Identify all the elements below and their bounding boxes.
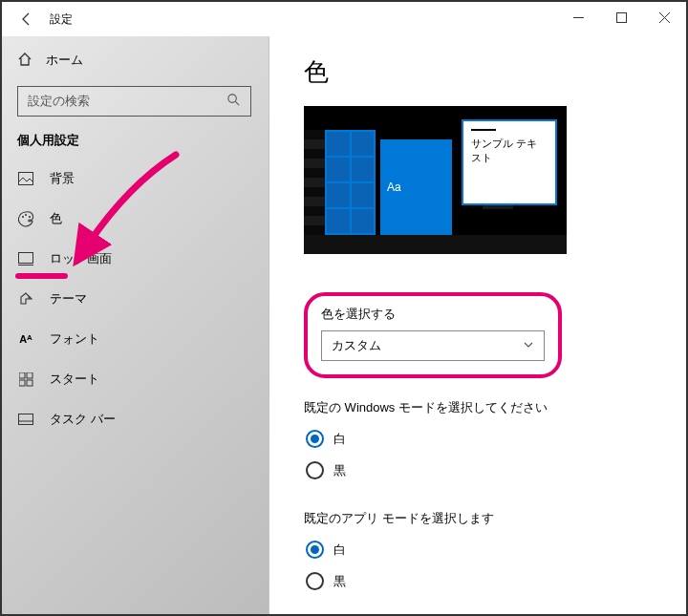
svg-point-6 [25,214,27,216]
svg-rect-12 [19,380,25,386]
annotation-highlight: 色を選択する カスタム [304,292,562,378]
svg-rect-14 [19,414,33,425]
radio-label: 白 [333,431,346,448]
sidebar-item-themes[interactable]: テーマ [2,279,269,319]
sidebar-item-label: テーマ [50,290,87,308]
svg-rect-1 [617,12,627,22]
sidebar-item-label: フォント [50,330,99,348]
radio-label: 黒 [333,462,346,479]
preview-sample-card: サンプル テキスト [462,119,557,205]
app-mode-label: 既定のアプリ モードを選択します [304,510,686,527]
svg-point-2 [228,95,236,102]
sidebar-item-start[interactable]: スタート [2,359,269,399]
search-input[interactable]: 設定の検索 [17,86,251,117]
chevron-down-icon [523,339,534,353]
start-icon [17,372,34,387]
search-icon [226,93,241,110]
sidebar-item-fonts[interactable]: AA フォント [2,319,269,359]
sidebar-item-label: 色 [50,210,62,227]
choose-color-label: 色を選択する [321,306,545,323]
search-placeholder: 設定の検索 [28,93,90,110]
radio-icon [306,461,324,479]
theme-icon [17,291,34,307]
choose-color-dropdown[interactable]: カスタム [321,330,545,361]
taskbar-icon [17,414,34,425]
sidebar-item-label: 背景 [50,170,75,187]
windows-mode-label: 既定の Windows モードを選択してください [304,399,686,416]
main-content: 色 ? Aa サンプル テキスト 色を選択する カスタム 既定の Windows… [269,36,686,614]
sidebar-item-taskbar[interactable]: タスク バー [2,399,269,439]
app-mode-option-dark[interactable]: 黒 [304,572,686,590]
sidebar-item-background[interactable]: 背景 [2,159,269,199]
windows-mode-option-light[interactable]: 白 [304,430,686,448]
svg-rect-10 [19,372,25,378]
svg-rect-8 [19,253,33,264]
minimize-button[interactable] [557,2,600,32]
home-label: ホーム [46,52,83,69]
radio-icon [306,541,324,559]
palette-icon [17,211,34,227]
svg-point-5 [22,216,24,218]
sidebar-section-label: 個人用設定 [2,132,269,149]
sidebar: ホーム 設定の検索 個人用設定 背景 色 ロック画面 テーマ AA フォント [2,36,269,614]
preview-sample-text: サンプル テキスト [471,138,537,163]
font-icon: AA [17,333,34,345]
sidebar-item-label: スタート [50,371,99,388]
maximize-button[interactable] [600,2,643,32]
sidebar-item-label: ロック画面 [50,250,112,267]
home-icon [17,52,32,70]
window-title: 設定 [50,11,73,28]
page-heading: 色 [304,55,686,89]
close-button[interactable] [643,2,686,32]
svg-rect-11 [27,372,32,378]
radio-icon [306,572,324,590]
sidebar-item-colors[interactable]: 色 [2,199,269,239]
app-mode-option-light[interactable]: 白 [304,541,686,559]
svg-point-7 [29,216,31,218]
radio-icon [306,430,324,448]
back-button[interactable] [13,6,40,32]
color-preview: ? Aa サンプル テキスト [304,106,567,254]
annotation-underline [15,273,68,279]
radio-label: 黒 [333,573,346,590]
lockscreen-icon [17,252,34,266]
windows-mode-option-dark[interactable]: 黒 [304,461,686,479]
choose-color-value: カスタム [332,337,381,354]
svg-line-3 [235,101,239,105]
svg-rect-13 [27,380,32,386]
home-link[interactable]: ホーム [2,42,269,78]
preview-aa: Aa [387,181,401,194]
svg-rect-4 [19,173,33,185]
sidebar-item-label: タスク バー [50,411,116,428]
radio-label: 白 [333,542,346,559]
image-icon [17,172,34,185]
